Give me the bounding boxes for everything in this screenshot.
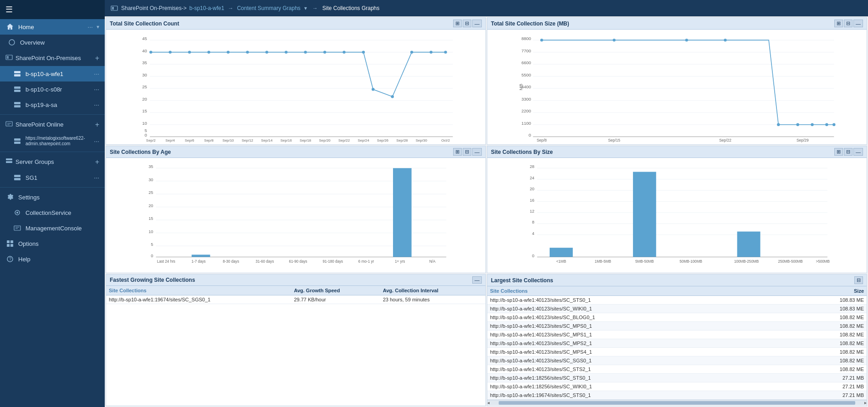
scroll-left-btn[interactable]: ◂ [487, 400, 490, 406]
sharepoint-onpremises-header[interactable]: SharePoint On-Premises + [0, 50, 105, 66]
table-row: http://b-sp10-a-wfe1:40123/sites/SC_STS2… [487, 365, 867, 374]
svg-rect-169 [550, 248, 573, 257]
panel-site-by-age-btn3[interactable]: — [472, 148, 482, 156]
panel-site-by-size-btn3[interactable]: — [853, 148, 863, 156]
topbar: SharePoint On-Premises-> b-sp10-a-wfe1 →… [105, 0, 868, 16]
sidebar-item-sg1[interactable]: SG1 ··· [0, 170, 105, 185]
sidebar-item-collection-service[interactable]: CollectionService [0, 205, 105, 220]
panel-total-site-size-btn3[interactable]: — [853, 20, 863, 27]
svg-rect-14 [14, 175, 20, 177]
fastest-growing-table: Site Collections Avg. Growth Speed Avg. … [106, 286, 485, 304]
svg-rect-22 [10, 244, 13, 247]
breadcrumb-current[interactable]: Site Collections Graphs [322, 5, 379, 11]
sidebar-item-b-sp10-c-s08r[interactable]: b-sp10-c-s08r ··· [0, 81, 105, 97]
sg1-icon [13, 173, 22, 182]
panel-total-site-count-btn1[interactable]: ⊞ [453, 20, 462, 27]
svg-text:Sep/29: Sep/29 [396, 142, 408, 142]
b-sp19-a-sa-dots[interactable]: ··· [94, 101, 99, 108]
table-row: http://b-sp10-a-wfe1:40123/sites/SC_MPS2… [487, 339, 867, 348]
svg-text:40: 40 [142, 48, 147, 53]
sidebar-item-options[interactable]: Options [0, 236, 105, 251]
sp-online-url-dots[interactable]: ··· [94, 137, 99, 145]
svg-text:Sep/3: Sep/3 [146, 142, 156, 142]
panel-site-by-size-btn2[interactable]: ⊟ [844, 148, 853, 156]
scroll-track[interactable] [499, 401, 855, 405]
sidebar-item-help[interactable]: ? Help [0, 251, 105, 267]
panel-total-site-size-header: Total Site Collection Size (MB) ⊞ ⊟ — [487, 18, 867, 30]
svg-point-120 [825, 123, 828, 126]
breadcrumb-server-link[interactable]: b-sp10-a-wfe1 [189, 5, 225, 11]
b-sp10-a-wfe1-dots[interactable]: ··· [94, 70, 99, 77]
panel-fastest-growing-content: Site Collections Avg. Growth Speed Avg. … [106, 286, 485, 406]
breadcrumb-section[interactable]: Content Summary Graphs [237, 5, 300, 11]
svg-rect-171 [737, 232, 761, 257]
largest-table: Site Collections Size http://b-sp10-a-wf… [487, 286, 867, 400]
table-row: http://b-sp10-a-wfe1:19674/sites/SC_SGS0… [106, 295, 485, 304]
sidebar-item-overview[interactable]: Overview [0, 35, 105, 50]
home-expand[interactable]: ▾ [97, 24, 99, 30]
panel-total-site-count-btn2[interactable]: ⊟ [463, 20, 471, 27]
hamburger-icon[interactable]: ☰ [5, 5, 13, 15]
largest-scrollbar[interactable]: ◂ ▸ [487, 400, 867, 405]
svg-point-58 [372, 88, 374, 91]
panel-total-site-count-btn3[interactable]: — [472, 20, 482, 27]
sg1-dots[interactable]: ··· [94, 174, 99, 181]
svg-point-121 [832, 123, 835, 126]
svg-rect-19 [7, 240, 10, 243]
site-by-size-chart: 28 24 20 16 12 8 4 0 [489, 160, 865, 271]
sharepoint-online-add[interactable]: + [95, 121, 99, 129]
largest-size-cell: 108.82 ME [786, 331, 867, 339]
fastest-interval-cell: 23 hours, 59 minutes [380, 295, 485, 304]
panel-site-by-age-btn2[interactable]: ⊟ [463, 148, 471, 156]
home-dots[interactable]: ··· [87, 23, 93, 31]
svg-point-115 [685, 39, 688, 41]
sidebar-item-b-sp10-a-wfe1[interactable]: b-sp10-a-wfe1 ··· [0, 66, 105, 81]
largest-site-cell: http://b-sp10-a-wfe1:40123/sites/SC_BLOG… [487, 313, 786, 322]
server-groups-header[interactable]: Server Groups + [0, 154, 105, 170]
b-sp10-c-s08r-dots[interactable]: ··· [94, 86, 99, 93]
svg-rect-11 [14, 142, 20, 144]
svg-text:6600: 6600 [521, 60, 531, 65]
sidebar-item-home[interactable]: Home ··· ▾ [0, 19, 105, 35]
panel-site-by-age-title: Site Collections By Age [110, 149, 453, 155]
svg-point-54 [304, 51, 307, 53]
svg-text:Oct/2: Oct/2 [441, 138, 450, 142]
svg-text:8: 8 [532, 220, 534, 224]
panel-total-site-count-actions: ⊞ ⊟ — [453, 20, 482, 27]
sidebar-header[interactable]: ☰ [0, 0, 105, 19]
panel-total-site-count-content: 45 40 35 30 25 20 15 10 5 0 [106, 30, 485, 144]
svg-text:Oct/1: Oct/1 [417, 142, 426, 142]
svg-point-47 [168, 51, 171, 53]
server-icon-s08r [13, 85, 22, 94]
svg-text:Sep/29: Sep/29 [797, 138, 809, 142]
svg-point-49 [207, 51, 210, 53]
sharepoint-online-header[interactable]: SharePoint Online + [0, 117, 105, 132]
fastest-site-cell: http://b-sp10-a-wfe1:19674/sites/SC_SGS0… [106, 295, 291, 304]
panel-site-by-size-btn1[interactable]: ⊞ [834, 148, 843, 156]
svg-text:25: 25 [148, 190, 153, 195]
panel-fastest-growing-btn1[interactable]: — [472, 276, 482, 284]
panel-total-site-size-btn2[interactable]: ⊟ [844, 20, 853, 27]
svg-point-56 [342, 51, 345, 53]
svg-text:2200: 2200 [521, 108, 531, 113]
server-icon-sa [13, 100, 22, 109]
svg-text:10: 10 [148, 229, 153, 234]
svg-text:20: 20 [530, 187, 534, 191]
panel-largest-btn1[interactable]: ⊟ [854, 276, 863, 284]
panel-site-by-age-btn1[interactable]: ⊞ [453, 148, 462, 156]
server-groups-add[interactable]: + [95, 158, 99, 166]
panel-largest: Largest Site Collections ⊟ Site Collecti… [487, 274, 867, 406]
fastest-growing-header-row: Site Collections Avg. Growth Speed Avg. … [106, 286, 485, 295]
sidebar-item-sp-online-url[interactable]: https://metalogixsoftware622-admin.share… [0, 132, 105, 150]
sg1-label: SG1 [26, 174, 90, 181]
sharepoint-topbar-icon [110, 4, 118, 12]
panel-total-site-size: Total Site Collection Size (MB) ⊞ ⊟ — 88… [487, 17, 867, 145]
sidebar-item-management-console[interactable]: ManagementConsole [0, 220, 105, 236]
panel-total-site-size-btn1[interactable]: ⊞ [834, 20, 843, 27]
sidebar-item-settings[interactable]: Settings [0, 189, 105, 205]
svg-point-17 [16, 212, 18, 214]
scroll-right-btn[interactable]: ▸ [864, 400, 867, 406]
svg-text:10: 10 [142, 121, 147, 126]
sharepoint-onpremises-add[interactable]: + [95, 54, 99, 62]
sidebar-item-b-sp19-a-sa[interactable]: b-sp19-a-sa ··· [0, 97, 105, 112]
